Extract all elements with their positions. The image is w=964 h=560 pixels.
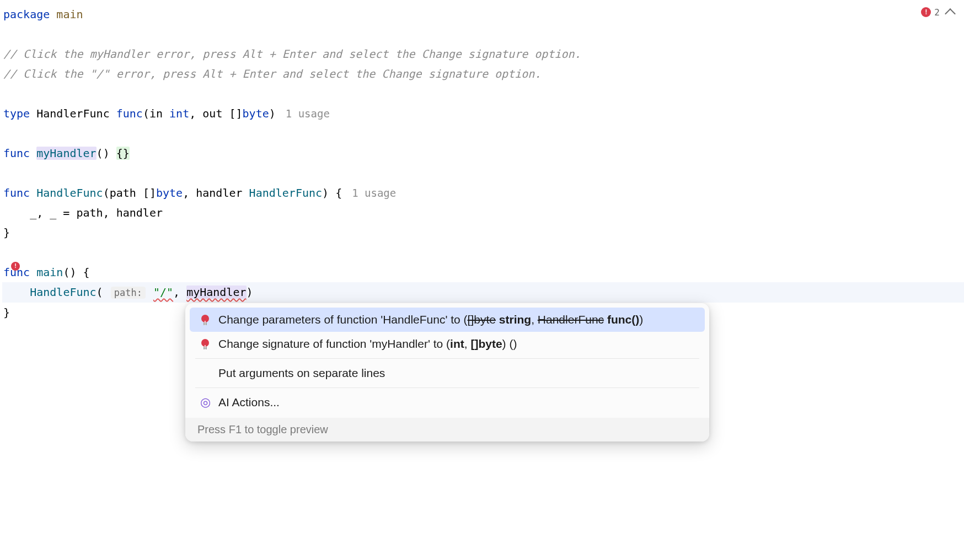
code-line[interactable]: func HandleFunc(path []byte, handler Han…: [2, 183, 964, 203]
code-text: ) {: [322, 186, 342, 200]
type: byte: [156, 186, 183, 200]
func-name: myHandler: [36, 147, 96, 160]
error-badge-icon: !: [921, 7, 931, 17]
keyword: type: [3, 107, 30, 120]
intention-item[interactable]: Change signature of function 'myHandler'…: [190, 332, 705, 356]
ident-error[interactable]: myHandler: [186, 286, 246, 299]
intention-label: AI Actions...: [218, 394, 280, 411]
param: out: [202, 107, 222, 120]
code-line[interactable]: // Click the myHandler error, press Alt …: [2, 44, 964, 64]
code-line[interactable]: _, _ = path, handler: [2, 203, 964, 223]
gutter-error-icon[interactable]: !: [11, 262, 20, 271]
error-bulb-icon: [200, 339, 210, 349]
string-error[interactable]: "/": [153, 286, 173, 299]
intention-label: Change signature of function 'myHandler'…: [218, 335, 517, 353]
func-name: HandleFunc: [36, 186, 103, 200]
popup-footer: Press F1 to toggle preview: [185, 418, 709, 441]
popup-divider: [195, 387, 699, 388]
code-line[interactable]: package main: [2, 4, 964, 24]
code-line[interactable]: [2, 24, 964, 44]
func-name: main: [36, 266, 63, 279]
intention-item[interactable]: ◎ AI Actions...: [190, 390, 705, 414]
code-line[interactable]: func main() {: [2, 262, 964, 282]
brace: {}: [116, 147, 130, 160]
param-hint: path:: [111, 287, 146, 299]
code-editor[interactable]: package main // Click the myHandler erro…: [0, 0, 964, 322]
usage-hint[interactable]: 1 usage: [352, 187, 396, 199]
func-call: HandleFunc: [30, 286, 96, 299]
code-line[interactable]: func myHandler() {}: [2, 143, 964, 163]
code-line[interactable]: [2, 123, 964, 143]
type: HandlerFunc: [249, 186, 322, 200]
error-bulb-icon: [200, 315, 210, 325]
param: in: [149, 107, 163, 120]
param: handler: [196, 186, 242, 200]
usage-hint[interactable]: 1 usage: [286, 107, 330, 120]
code-line[interactable]: [2, 243, 964, 262]
keyword: func: [3, 147, 30, 160]
intention-item[interactable]: Change parameters of function 'HandleFun…: [190, 308, 705, 332]
code-text: }: [3, 306, 10, 319]
intention-item[interactable]: Put arguments on separate lines: [190, 361, 705, 385]
code-line[interactable]: [2, 84, 964, 104]
comment: // Click the "/" error, press Alt + Ente…: [3, 67, 541, 80]
error-count: 2: [934, 7, 940, 18]
ai-icon: ◎: [200, 394, 211, 411]
code-line[interactable]: // Click the "/" error, press Alt + Ente…: [2, 64, 964, 84]
intention-popup: Change parameters of function 'HandleFun…: [185, 303, 709, 441]
code-line[interactable]: type HandlerFunc func(in int, out []byte…: [2, 104, 964, 123]
keyword: func: [116, 107, 143, 120]
code-text: (): [97, 147, 116, 160]
package-name: main: [56, 8, 83, 21]
code-line-current[interactable]: HandleFunc( path: "/", myHandler): [2, 282, 964, 303]
code-text: }: [3, 226, 10, 239]
code-text: _, _ = path, handler: [3, 206, 163, 219]
chevron-up-icon[interactable]: [945, 8, 956, 19]
popup-divider: [195, 358, 699, 359]
comment: // Click the myHandler error, press Alt …: [3, 47, 581, 61]
type: int: [169, 107, 189, 120]
code-text: () {: [63, 266, 89, 279]
keyword: package: [3, 8, 50, 21]
type: byte: [243, 107, 269, 120]
keyword: func: [3, 186, 30, 200]
type-name: HandlerFunc: [36, 107, 109, 120]
intention-label: Put arguments on separate lines: [218, 364, 385, 382]
code-line[interactable]: [2, 163, 964, 183]
code-line[interactable]: }: [2, 223, 964, 243]
inspection-widget[interactable]: ! 2: [921, 7, 954, 18]
intention-label: Change parameters of function 'HandleFun…: [218, 311, 643, 329]
param: path: [110, 186, 136, 200]
